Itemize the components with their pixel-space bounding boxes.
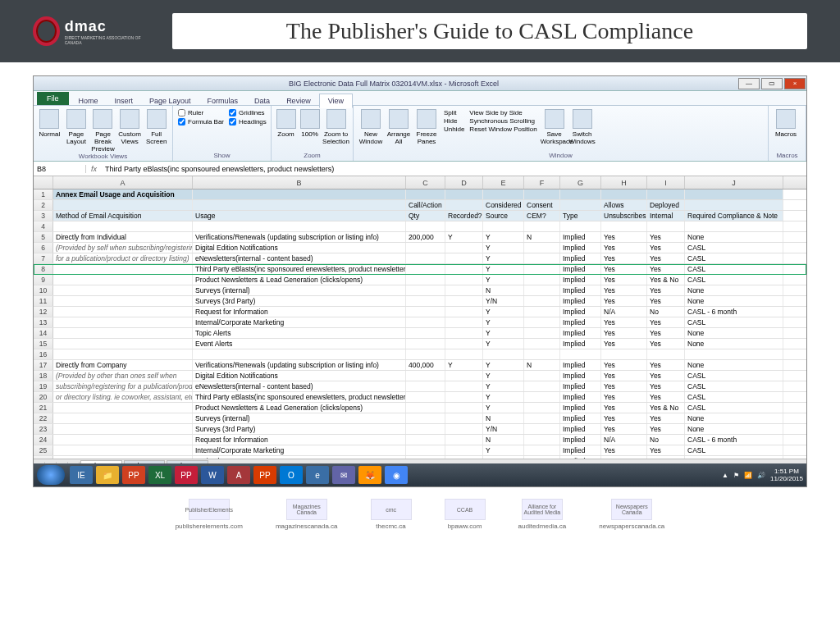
cell[interactable]: Implied <box>560 307 601 317</box>
cell[interactable] <box>524 264 560 274</box>
cell[interactable]: Yes <box>601 275 647 285</box>
cell[interactable]: Implied <box>560 317 601 327</box>
table-row[interactable]: 9Product Newsletters & Lead Generation (… <box>34 275 806 285</box>
taskbar-app-icon[interactable]: ◉ <box>385 466 408 484</box>
table-row[interactable]: 24Request for InformationNImpliedN/ANoCA… <box>34 435 806 445</box>
cell[interactable] <box>53 413 193 423</box>
cell[interactable] <box>601 189 647 199</box>
cell[interactable] <box>53 264 193 274</box>
cell[interactable]: Type <box>560 211 601 221</box>
cell[interactable]: Y <box>483 275 524 285</box>
tray-network-icon[interactable]: 📶 <box>744 472 752 479</box>
cell[interactable]: CASL <box>685 275 783 285</box>
cell[interactable]: 200,000 <box>406 232 445 242</box>
cell[interactable] <box>524 371 560 381</box>
cell[interactable]: Y/N <box>483 424 524 434</box>
cell[interactable] <box>524 424 560 434</box>
cell[interactable]: None <box>685 413 783 423</box>
start-button[interactable] <box>37 465 65 485</box>
cell[interactable] <box>445 264 483 274</box>
tray-volume-icon[interactable]: 🔊 <box>757 472 765 479</box>
cell[interactable]: Yes <box>647 392 685 402</box>
cell[interactable] <box>406 339 445 349</box>
taskbar-app-icon[interactable]: ✉ <box>332 466 355 484</box>
cell[interactable]: None <box>685 339 783 349</box>
cell[interactable]: Y/N <box>483 296 524 306</box>
column-header-B[interactable]: B <box>193 176 406 189</box>
cell[interactable]: Implied <box>560 243 601 253</box>
cell[interactable]: Directly from Individual <box>53 232 193 242</box>
window-hide[interactable]: Hide <box>444 117 464 125</box>
ribbon-zoom-button[interactable]: Zoom <box>275 107 297 138</box>
cell[interactable] <box>445 200 483 210</box>
cell[interactable] <box>445 296 483 306</box>
cell[interactable] <box>445 349 483 359</box>
cell[interactable]: Yes <box>601 328 647 338</box>
cell[interactable]: Implied <box>560 403 601 413</box>
cell[interactable]: Yes <box>601 232 647 242</box>
cell[interactable] <box>406 253 445 263</box>
cell[interactable]: subscribing/registering for a publicatio… <box>53 381 193 391</box>
cell[interactable]: Internal/Corporate Marketing <box>193 317 406 327</box>
cell[interactable]: Implied <box>560 275 601 285</box>
cell[interactable]: Implied <box>560 360 601 370</box>
ribbon-normal-button[interactable]: Normal <box>37 107 62 138</box>
table-row[interactable]: 6(Provided by self when subscribing/regi… <box>34 243 806 253</box>
cell[interactable] <box>406 371 445 381</box>
cell[interactable]: Yes <box>601 413 647 423</box>
taskbar-app-icon[interactable]: O <box>280 466 303 484</box>
table-row[interactable]: 12Request for InformationYImpliedN/ANoCA… <box>34 307 806 317</box>
cell[interactable]: Yes <box>601 360 647 370</box>
column-header-I[interactable]: I <box>647 176 685 189</box>
cell[interactable]: Directly from Company <box>53 360 193 370</box>
cell[interactable] <box>53 275 193 285</box>
ribbon-page-layout-button[interactable]: Page Layout <box>64 107 89 145</box>
cell[interactable] <box>53 285 193 295</box>
cell[interactable]: Usage <box>193 211 406 221</box>
cell[interactable]: Yes <box>647 253 685 263</box>
row-header[interactable]: 23 <box>34 424 53 434</box>
cell[interactable]: (Provided by self when subscribing/regis… <box>53 243 193 253</box>
ribbon-macros-button[interactable]: Macros <box>772 107 800 138</box>
file-tab[interactable]: File <box>37 92 69 105</box>
cell[interactable]: CASL <box>685 381 783 391</box>
cell[interactable] <box>53 307 193 317</box>
cell[interactable] <box>560 189 601 199</box>
cell[interactable] <box>193 349 406 359</box>
cell[interactable]: No <box>647 435 685 445</box>
cell[interactable]: Yes <box>647 339 685 349</box>
ribbon-100--button[interactable]: 100% <box>299 107 321 138</box>
cell[interactable] <box>524 317 560 327</box>
cell[interactable]: Required Compliance & Note <box>685 211 783 221</box>
cell[interactable]: Y <box>483 371 524 381</box>
cell[interactable]: Implied <box>560 413 601 423</box>
cell[interactable]: Yes <box>601 253 647 263</box>
cell[interactable] <box>601 349 647 359</box>
table-row[interactable]: 18(Provided by other than ones self when… <box>34 371 806 381</box>
cell[interactable] <box>53 221 193 231</box>
cell[interactable] <box>445 328 483 338</box>
cell[interactable]: Digital Edition Notifications <box>193 371 406 381</box>
cell[interactable] <box>406 328 445 338</box>
row-header[interactable]: 10 <box>34 285 53 295</box>
cell[interactable] <box>445 221 483 231</box>
row-header[interactable]: 21 <box>34 403 53 413</box>
cell[interactable] <box>445 307 483 317</box>
row-header[interactable]: 15 <box>34 339 53 349</box>
maximize-button[interactable]: ▭ <box>761 78 783 89</box>
cell[interactable] <box>483 221 524 231</box>
cell[interactable] <box>53 200 193 210</box>
cell[interactable] <box>483 349 524 359</box>
table-row[interactable]: 3Method of Email AcquisitionUsageQtyReco… <box>34 211 806 221</box>
cell[interactable]: Implied <box>560 381 601 391</box>
cell[interactable] <box>445 339 483 349</box>
ribbon-custom-views-button[interactable]: Custom Views <box>117 107 143 145</box>
window-titlebar[interactable]: BIG Electronic Data Full Matrix 032014VM… <box>34 76 806 91</box>
cell[interactable] <box>524 435 560 445</box>
cell[interactable] <box>193 189 406 199</box>
cell[interactable]: CASL <box>685 445 783 455</box>
cell[interactable]: N <box>483 285 524 295</box>
cell[interactable]: None <box>685 360 783 370</box>
table-row[interactable]: 5Directly from IndividualVerifications/R… <box>34 232 806 243</box>
cell[interactable]: None <box>685 424 783 434</box>
